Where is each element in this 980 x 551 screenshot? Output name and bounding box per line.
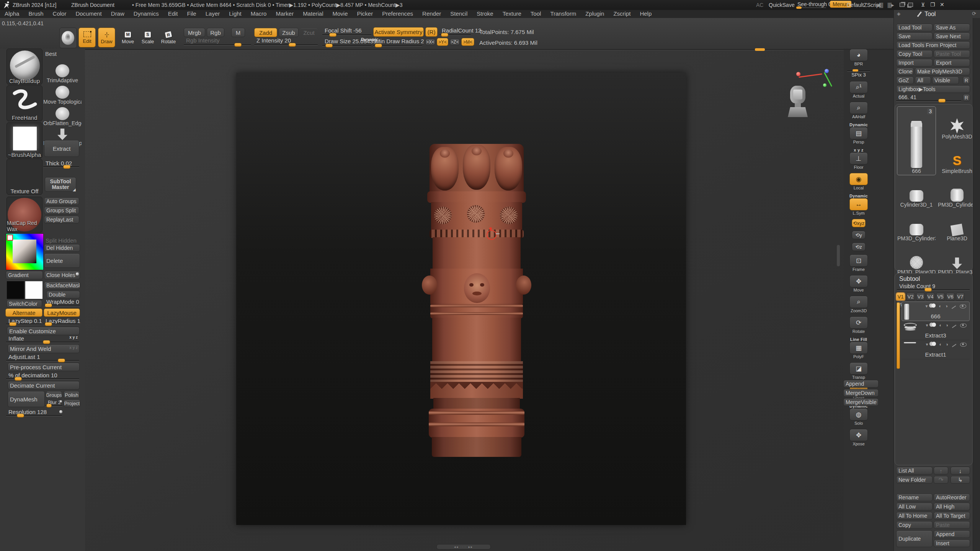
visibility-tab[interactable]: V1: [896, 293, 905, 301]
activate-symmetry-toggle[interactable]: Activate Symmetry: [373, 27, 424, 37]
sculpt-model[interactable]: [429, 144, 524, 457]
z-intensity-slider[interactable]: Z Intensity 20: [254, 37, 318, 46]
paintbrush-icon[interactable]: [952, 342, 957, 347]
zcut-toggle[interactable]: Zcut: [300, 28, 318, 37]
resolution-slider[interactable]: Resolution 128: [6, 409, 62, 417]
paste-subtool-button[interactable]: Paste: [934, 521, 970, 529]
rgb-intensity-slider[interactable]: Rgb Intensity: [184, 37, 251, 46]
visibility-tab[interactable]: V6: [946, 293, 955, 301]
all-high-button[interactable]: All High: [934, 503, 970, 510]
gradient-toggle[interactable]: Gradient: [6, 271, 43, 279]
right-shelf-button[interactable]: ✥ Xpose: [845, 429, 872, 446]
append-subtool-button[interactable]: Append: [934, 530, 970, 538]
sym-x-toggle[interactable]: >X<: [425, 39, 435, 46]
right-shelf-button[interactable]: SPix 3: [845, 70, 872, 78]
displacement-icon[interactable]: ◑: [946, 342, 948, 347]
menu-item[interactable]: Light: [224, 10, 246, 17]
menu-item[interactable]: Marker: [271, 10, 298, 17]
append-button[interactable]: Append: [843, 380, 879, 388]
goz-visible-button[interactable]: Visible: [932, 77, 959, 84]
subtool-master-button[interactable]: SubTool Master: [45, 177, 76, 192]
axis-gizmo[interactable]: [798, 66, 836, 89]
menu-item[interactable]: Layer: [201, 10, 225, 17]
all-to-target-button[interactable]: All To Target: [934, 512, 970, 520]
save-next-button[interactable]: Save Next: [934, 33, 970, 40]
import-button[interactable]: Import: [896, 59, 933, 67]
menu-item[interactable]: Zscript: [609, 10, 635, 17]
groups-split-button[interactable]: Groups Split: [44, 207, 79, 214]
tool-thumbnail[interactable]: Plane3D: [938, 209, 977, 243]
recent-brush-item[interactable]: OrbFlatten_Edge: [43, 107, 82, 126]
autoreorder-button[interactable]: AutoReorder: [934, 494, 970, 501]
preprocess-current-button[interactable]: Pre-process Current: [8, 363, 80, 371]
export-button[interactable]: Export: [934, 59, 970, 67]
tool-thumbnail[interactable]: PM3D_Plane3D_: [938, 243, 977, 276]
polypaint-icon[interactable]: [931, 303, 936, 309]
copy-tool-button[interactable]: Copy Tool: [896, 50, 933, 58]
canvas-top-scroll-handle[interactable]: [755, 48, 765, 51]
right-shelf-button[interactable]: ⌕ Zoom3D: [845, 296, 872, 313]
dynamesh-polish-toggle[interactable]: Polish: [64, 391, 80, 399]
visibility-tab[interactable]: V4: [926, 293, 935, 301]
right-shelf-button[interactable]: ⟲y: [845, 231, 872, 239]
right-shelf-button[interactable]: Line Fill ▦ PolyF: [845, 337, 872, 359]
visibility-eye-icon[interactable]: [960, 304, 966, 308]
tool-thumbnail[interactable]: SimpleBrush: [938, 141, 977, 175]
all-low-button[interactable]: All Low: [896, 503, 933, 510]
move-toggle[interactable]: M Move: [119, 29, 136, 47]
right-shelf-button[interactable]: Dynamic ◍ Solo: [845, 404, 872, 425]
right-shelf-button[interactable]: ⌕ AAHalf: [845, 102, 872, 119]
matcap-thumbnail[interactable]: MatCap Red Wax: [7, 197, 42, 233]
quicksave-button[interactable]: QuickSave: [769, 2, 795, 8]
drop-arrow-icon[interactable]: ▾: [926, 342, 928, 347]
minimize-button[interactable]: ⊻: [921, 2, 925, 8]
switch-color-button[interactable]: SwitchColor: [7, 300, 42, 308]
load-tools-from-project-button[interactable]: Load Tools From Project: [896, 41, 970, 49]
see-through-handle[interactable]: [796, 7, 802, 9]
dynamesh-button[interactable]: DynaMesh: [8, 391, 45, 407]
radial-count-slider[interactable]: RadialCount 12: [439, 27, 471, 36]
tool-thumbnail[interactable]: PolyMesh3D: [938, 106, 977, 141]
wrap-mode-slider[interactable]: WrapMode 0: [44, 298, 80, 307]
right-shelf-button[interactable]: ◉ Local: [845, 173, 872, 190]
visibility-tab[interactable]: V7: [956, 293, 965, 301]
menu-item[interactable]: Edit: [163, 10, 183, 17]
right-shelf-button[interactable]: x y z ⊥ Floor: [845, 148, 872, 170]
dynamesh-project-toggle[interactable]: Project: [64, 399, 80, 407]
menu-item[interactable]: Draw: [106, 10, 129, 17]
ac-toggle[interactable]: AC: [756, 2, 763, 8]
lightbox-tools-button[interactable]: Lightbox▶Tools: [896, 85, 970, 93]
subtool-row[interactable]: ▾ ◐ ◑ Extract1: [902, 340, 970, 359]
menu-item[interactable]: Movie: [328, 10, 352, 17]
zadd-toggle[interactable]: Zadd: [254, 28, 277, 37]
right-shelf-button[interactable]: ⟲z: [845, 243, 872, 251]
color-picker[interactable]: [6, 233, 44, 270]
subtool-header[interactable]: Subtool: [899, 276, 920, 282]
lazymouse-toggle[interactable]: LazyMouse: [44, 308, 80, 317]
menu-item[interactable]: Help: [635, 10, 656, 17]
duplicate-button[interactable]: Duplicate: [896, 530, 933, 547]
del-hidden-button[interactable]: Del Hidden: [44, 244, 80, 252]
paintbrush-icon[interactable]: [952, 323, 957, 328]
zsub-toggle[interactable]: Zsub: [279, 28, 299, 37]
visibility-tab[interactable]: V2: [906, 293, 915, 301]
right-shelf-button[interactable]: ⊡ Frame: [845, 254, 872, 272]
delete-button[interactable]: Delete: [44, 253, 80, 268]
move-to-folder-button[interactable]: ↳: [951, 476, 970, 484]
double-button[interactable]: Double: [46, 291, 80, 298]
sym-y-toggle[interactable]: >Y<: [437, 38, 448, 46]
polypaint-icon[interactable]: [932, 342, 936, 347]
rotate-toggle[interactable]: R Rotate: [159, 29, 178, 47]
polypaint-icon[interactable]: [932, 323, 936, 328]
menu-item[interactable]: Stencil: [446, 10, 472, 17]
stroke-thumbnail[interactable]: FreeHand: [7, 85, 42, 121]
scale-toggle[interactable]: S Scale: [139, 29, 156, 47]
replay-last-button[interactable]: ReplayLast: [44, 216, 79, 223]
new-folder-button[interactable]: New Folder: [896, 476, 933, 484]
zbrush-document[interactable]: [236, 73, 686, 525]
menu-item[interactable]: Picker: [353, 10, 378, 17]
alpha-thumbnail[interactable]: ~BrushAlpha: [7, 122, 42, 158]
enable-customize-button[interactable]: Enable Customize: [7, 327, 80, 335]
visibility-eye-icon[interactable]: [960, 342, 967, 347]
goz-all-button[interactable]: All: [915, 77, 931, 84]
